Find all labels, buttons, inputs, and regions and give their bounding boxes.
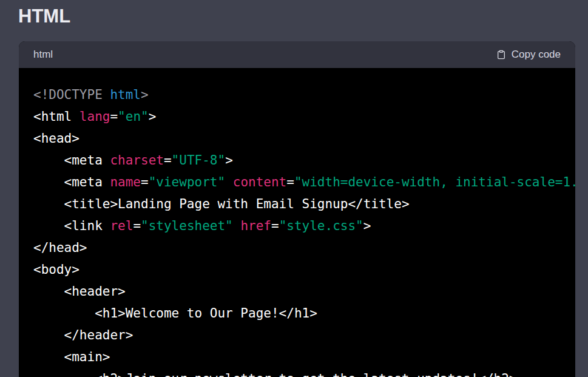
code-line: <meta charset="UTF-8"> xyxy=(33,149,561,171)
code-content[interactable]: <!DOCTYPE html><html lang="en"><head> <m… xyxy=(19,68,575,377)
code-line: <link rel="stylesheet" href="style.css"> xyxy=(33,215,561,237)
code-line: <h1>Welcome to Our Page!</h1> xyxy=(33,302,561,324)
code-token: = xyxy=(271,219,279,233)
code-line: </header> xyxy=(33,324,561,346)
code-line: <head> xyxy=(33,127,561,149)
code-token: = xyxy=(110,109,118,124)
page-title: HTML xyxy=(18,6,588,27)
code-token: > xyxy=(149,109,157,124)
code-token: <main> xyxy=(33,350,110,364)
code-language-label: html xyxy=(33,49,53,61)
code-token xyxy=(225,175,233,189)
code-token: <!DOCTYPE xyxy=(33,87,110,102)
code-line: <title>Landing Page with Email Signup</t… xyxy=(33,193,561,215)
code-token: <head> xyxy=(33,131,79,146)
code-token: <header> xyxy=(33,284,126,299)
code-token: </h2> xyxy=(478,372,516,377)
code-token: <meta xyxy=(33,175,110,189)
code-token: <html xyxy=(33,109,79,124)
code-token: Welcome to Our Page! xyxy=(126,306,279,321)
code-token: <body> xyxy=(33,262,79,277)
code-token: Join our newsletter to get the latest up… xyxy=(126,372,479,377)
code-block: html Copy code <!DOCTYPE html><html lang… xyxy=(19,41,575,377)
code-token: </title> xyxy=(348,197,409,211)
code-token: rel xyxy=(110,219,133,233)
code-token: content xyxy=(233,175,287,189)
code-token: <meta xyxy=(33,153,110,168)
code-token: lang xyxy=(79,109,110,124)
copy-code-button[interactable]: Copy code xyxy=(496,49,561,61)
code-token: = xyxy=(286,175,294,189)
code-line: <main> xyxy=(33,346,561,368)
code-token: </header> xyxy=(33,328,133,342)
code-token: <title> xyxy=(33,197,118,211)
code-block-header: html Copy code xyxy=(19,41,575,68)
code-token: </head> xyxy=(33,240,87,255)
code-token: "width=device-width, initial-scale=1.0" xyxy=(294,175,575,189)
code-token xyxy=(233,219,241,233)
code-line: </head> xyxy=(33,237,561,259)
code-token: > xyxy=(363,219,371,233)
code-token: charset xyxy=(110,153,164,168)
code-line: <meta name="viewport" content="width=dev… xyxy=(33,171,561,193)
code-line: <h2>Join our newsletter to get the lates… xyxy=(33,368,561,377)
code-token: Landing Page with Email Signup xyxy=(118,197,348,211)
code-token: "style.css" xyxy=(279,219,363,233)
code-token: = xyxy=(141,175,149,189)
code-token: html xyxy=(110,87,141,102)
code-line: <!DOCTYPE html> xyxy=(33,84,561,106)
code-token: <h1> xyxy=(33,306,126,321)
code-line: <html lang="en"> xyxy=(33,106,561,127)
code-token: "UTF-8" xyxy=(172,153,226,168)
code-token: > xyxy=(141,87,149,102)
code-token: = xyxy=(133,219,141,233)
code-token: <link xyxy=(33,219,110,233)
code-token: = xyxy=(164,153,172,168)
code-token: "en" xyxy=(118,109,149,124)
code-token: "viewport" xyxy=(149,175,225,189)
clipboard-icon xyxy=(496,49,506,60)
copy-code-label: Copy code xyxy=(512,49,561,61)
code-token: "stylesheet" xyxy=(141,219,233,233)
code-token: href xyxy=(240,219,271,233)
code-token: name xyxy=(110,175,141,189)
code-token: > xyxy=(225,153,233,168)
code-line: <header> xyxy=(33,280,561,302)
code-line: <body> xyxy=(33,259,561,280)
code-token: </h1> xyxy=(279,306,317,321)
code-token: <h2> xyxy=(33,372,126,377)
